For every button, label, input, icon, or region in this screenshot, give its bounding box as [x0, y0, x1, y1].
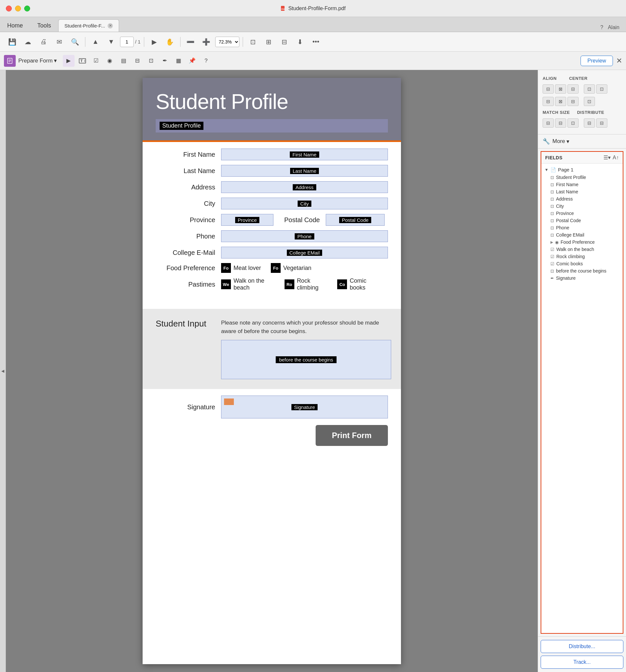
close-prepare-button[interactable]: ✕ — [616, 56, 622, 65]
field-first-name[interactable]: ⊡ First Name — [541, 181, 623, 188]
center-page-horizontal-button[interactable]: ⊡ — [584, 97, 595, 106]
email-button[interactable]: ✉ — [52, 35, 66, 49]
zoom-in-button[interactable]: ➕ — [199, 35, 213, 49]
tab-file[interactable]: Student-Profile-F... ✕ — [58, 19, 119, 32]
listbox-tool-button[interactable]: ▤ — [118, 55, 129, 67]
student-textarea[interactable]: before the course begins — [221, 340, 391, 379]
upload-button[interactable]: ☁ — [21, 35, 35, 49]
page-total: / 1 — [135, 39, 141, 45]
food-option-2-box[interactable]: Fo — [271, 263, 281, 273]
next-page-button[interactable]: ▼ — [104, 35, 118, 49]
print-form-button[interactable]: Print Form — [316, 425, 388, 446]
fields-sort-button[interactable]: ☰▾ — [603, 154, 611, 161]
field-phone[interactable]: ⊡ Phone — [541, 224, 623, 231]
search-button[interactable]: 🔍 — [68, 35, 82, 49]
checkbox-tool-button[interactable]: ☑ — [90, 55, 102, 67]
last-name-field[interactable]: Last Name — [221, 165, 388, 177]
zoom-out-button[interactable]: ➖ — [184, 35, 197, 49]
signature-field[interactable]: Signature — [221, 395, 388, 418]
city-field[interactable]: City — [221, 198, 388, 209]
distribute-button[interactable]: Distribute... — [540, 640, 623, 653]
fit-width-button[interactable]: ⊡ — [246, 35, 260, 49]
align-middle-button[interactable]: ⊠ — [555, 97, 566, 106]
field-rock-climbing[interactable]: ☑ Rock climbing — [541, 253, 623, 260]
food-option-1[interactable]: Fo Meat lover — [221, 263, 261, 273]
field-student-profile[interactable]: ⊡ Student Profile — [541, 174, 623, 181]
save-button[interactable]: 💾 — [5, 35, 19, 49]
field-college-email[interactable]: ⊡ College EMail — [541, 231, 623, 239]
select-tool-button[interactable]: ▶ — [147, 35, 161, 49]
zoom-select[interactable]: 72.3% — [215, 37, 239, 47]
pastime-1-box[interactable]: We — [221, 280, 231, 289]
field-city[interactable]: ⊡ City — [541, 202, 623, 210]
more-tools-button[interactable]: ••• — [309, 35, 323, 49]
align-bottom-button[interactable]: ⊟ — [568, 97, 579, 106]
align-left-button[interactable]: ⊟ — [543, 85, 554, 94]
pastime-3[interactable]: Co Comic books — [337, 278, 378, 291]
pastime-2[interactable]: Ro Rock climbing — [285, 278, 328, 291]
phone-field[interactable]: Phone — [221, 230, 388, 242]
field-before-course[interactable]: ⊡ before the course begins — [541, 267, 623, 274]
user-menu[interactable]: Alain — [608, 25, 620, 30]
fields-az-button[interactable]: A↑ — [612, 154, 619, 161]
page-1-item[interactable]: ▼ 📄 Page 1 — [541, 166, 623, 174]
pastime-3-box[interactable]: Co — [337, 280, 347, 289]
barcode-tool-button[interactable]: ▦ — [173, 55, 185, 67]
hand-tool-button[interactable]: ✋ — [163, 35, 177, 49]
field-postal-code[interactable]: ⊡ Postal Code — [541, 217, 623, 224]
cursor-tool-button[interactable]: ▶ — [63, 55, 75, 67]
text-field-tool-button[interactable]: T — [76, 55, 88, 67]
college-email-field[interactable]: College EMail — [221, 247, 388, 259]
print-button[interactable]: 🖨 — [37, 35, 50, 49]
minimize-window-button[interactable] — [15, 5, 21, 11]
signature-tool-button[interactable]: ✒ — [159, 55, 171, 67]
address-field[interactable]: Address — [221, 181, 388, 193]
distribute-v-button[interactable]: ⊟ — [596, 118, 607, 127]
match-width-button[interactable]: ⊟ — [543, 118, 554, 127]
maximize-window-button[interactable] — [24, 5, 30, 11]
field-province[interactable]: ⊡ Province — [541, 210, 623, 217]
more-button[interactable]: More ▾ — [552, 138, 570, 145]
field-address[interactable]: ⊡ Address — [541, 195, 623, 202]
align-top-button[interactable]: ⊟ — [543, 97, 554, 106]
food-option-1-box[interactable]: Fo — [221, 263, 231, 273]
distribute-h-button[interactable]: ⊟ — [584, 118, 595, 127]
field-walk-on-beach[interactable]: ☑ Walk on the beach — [541, 246, 623, 253]
center-horizontal-button[interactable]: ⊡ — [584, 85, 595, 94]
close-window-button[interactable] — [6, 5, 12, 11]
dropdown-tool-button[interactable]: ⊟ — [131, 55, 143, 67]
pastime-2-box[interactable]: Ro — [285, 280, 294, 289]
left-panel-toggle[interactable]: ◀ — [0, 70, 6, 672]
food-option-2[interactable]: Fo Vegetarian — [271, 263, 311, 273]
prepare-form-button[interactable]: Prepare Form ▾ — [18, 57, 57, 64]
align-center-button[interactable]: ⊠ — [555, 85, 566, 94]
match-height-button[interactable]: ⊟ — [555, 118, 566, 127]
pdf-viewer[interactable]: Student Profile Student Profile First Na… — [6, 70, 538, 672]
track-button[interactable]: Track... — [540, 656, 623, 669]
center-vertical-button[interactable]: ⊡ — [596, 85, 607, 94]
province-field[interactable]: Province — [221, 214, 273, 226]
field-last-name[interactable]: ⊡ Last Name — [541, 188, 623, 195]
field-comic-books[interactable]: ☑ Comic books — [541, 260, 623, 267]
field-signature[interactable]: ✒ Signature — [541, 274, 623, 282]
tab-tools[interactable]: Tools — [30, 19, 58, 32]
help-tool-button[interactable]: ? — [200, 55, 212, 67]
radio-tool-button[interactable]: ◉ — [104, 55, 116, 67]
tab-home[interactable]: Home — [0, 19, 30, 32]
button-tool-button[interactable]: ⊡ — [145, 55, 157, 67]
preview-button[interactable]: Preview — [581, 56, 613, 66]
help-icon[interactable]: ? — [601, 25, 603, 30]
download-button[interactable]: ⬇ — [293, 35, 307, 49]
fit-page-button[interactable]: ⊞ — [262, 35, 276, 49]
prev-page-button[interactable]: ▲ — [89, 35, 102, 49]
first-name-field[interactable]: First Name — [221, 148, 388, 160]
align-right-button[interactable]: ⊟ — [568, 85, 579, 94]
tab-close-button[interactable]: ✕ — [107, 23, 113, 28]
pin-tool-button[interactable]: 📌 — [187, 55, 198, 67]
field-food-preference[interactable]: ▶ ◉ Food Preference — [541, 239, 623, 246]
match-both-button[interactable]: ⊡ — [568, 118, 579, 127]
pastime-1[interactable]: We Walk on the beach — [221, 278, 275, 291]
rotate-button[interactable]: ⊟ — [278, 35, 291, 49]
page-number-input[interactable] — [120, 37, 134, 47]
postal-code-field[interactable]: Postal Code — [326, 214, 385, 226]
